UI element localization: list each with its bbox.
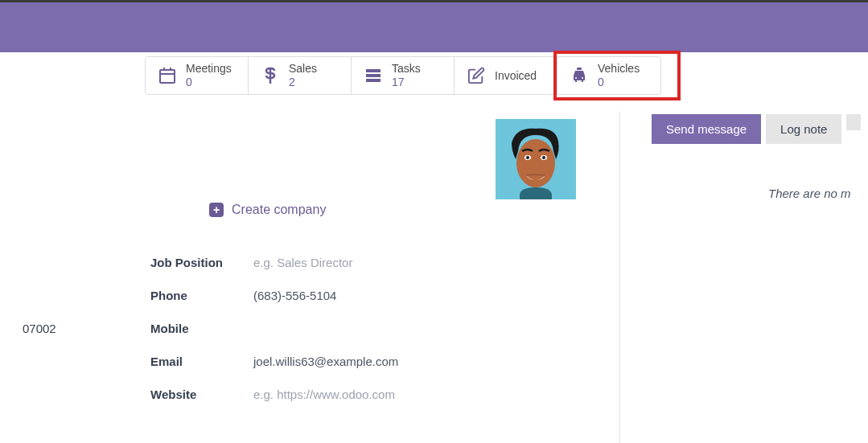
plus-icon: +	[209, 203, 224, 217]
detail-job-position: Job Position e.g. Sales Director	[150, 256, 398, 269]
detail-label: Email	[150, 355, 253, 368]
detail-phone: Phone (683)-556-5104	[150, 289, 398, 302]
stat-value: 0	[598, 76, 640, 89]
svg-rect-8	[366, 69, 381, 72]
detail-label: Website	[150, 388, 253, 401]
details-section: Job Position e.g. Sales Director Phone (…	[150, 256, 398, 420]
detail-email: Email joel.willis63@example.com	[150, 355, 398, 368]
stat-vehicles[interactable]: Vehicles 0	[557, 57, 660, 94]
stat-invoiced[interactable]: Invoiced	[455, 57, 557, 94]
website-input[interactable]: e.g. https://www.odoo.com	[253, 388, 395, 401]
stat-value: 0	[186, 76, 232, 89]
stat-label: Invoiced	[495, 69, 537, 82]
detail-label: Job Position	[150, 256, 253, 269]
stat-sales[interactable]: Sales 2	[249, 57, 352, 94]
stat-tasks[interactable]: Tasks 17	[352, 57, 455, 94]
edit-icon	[466, 65, 487, 86]
zip-value[interactable]: 07002	[23, 322, 56, 335]
send-message-button[interactable]: Send message	[652, 114, 761, 144]
svg-point-18	[526, 156, 529, 159]
stat-label: Meetings	[186, 62, 232, 76]
log-note-button[interactable]: Log note	[766, 114, 841, 144]
messaging-actions: Send message Log note	[652, 114, 861, 144]
detail-label: Phone	[150, 289, 253, 302]
avatar[interactable]	[496, 119, 576, 199]
phone-input[interactable]: (683)-556-5104	[253, 289, 336, 302]
detail-mobile: Mobile	[150, 322, 398, 335]
vertical-divider	[619, 111, 620, 443]
svg-rect-10	[366, 79, 381, 82]
stat-meetings[interactable]: Meetings 0	[146, 57, 249, 94]
svg-point-13	[582, 77, 583, 79]
svg-rect-0	[160, 70, 175, 83]
create-company-label: Create company	[232, 203, 326, 217]
stat-label: Tasks	[392, 62, 421, 76]
job-position-input[interactable]: e.g. Sales Director	[253, 256, 352, 269]
car-icon	[569, 65, 590, 86]
svg-rect-11	[577, 68, 582, 70]
extra-button[interactable]	[846, 114, 861, 130]
stat-row: Meetings 0 Sales 2 Tasks 17 Invoiced V	[145, 56, 661, 95]
stat-value: 2	[289, 76, 317, 89]
detail-website: Website e.g. https://www.odoo.com	[150, 388, 398, 401]
stat-value: 17	[392, 76, 421, 89]
email-input[interactable]: joel.willis63@example.com	[253, 355, 398, 368]
svg-point-19	[542, 156, 545, 159]
calendar-icon	[157, 65, 178, 86]
create-company-link[interactable]: + Create company	[209, 203, 326, 217]
empty-message: There are no m	[768, 187, 851, 200]
header-bar	[0, 2, 868, 52]
svg-rect-9	[366, 74, 381, 77]
detail-label: Mobile	[150, 322, 253, 335]
dollar-icon	[260, 65, 281, 86]
stat-label: Vehicles	[598, 62, 640, 76]
svg-point-12	[575, 77, 577, 79]
stat-label: Sales	[289, 62, 317, 76]
tasks-icon	[363, 65, 384, 86]
